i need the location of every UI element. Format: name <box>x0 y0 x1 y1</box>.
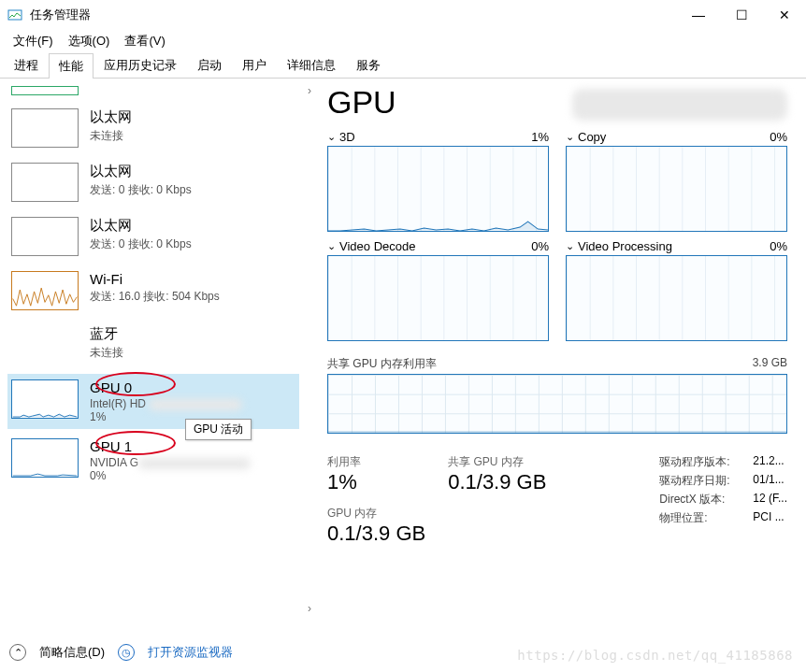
item-name: Wi-Fi <box>90 271 220 287</box>
shared-gpu-memory-chart[interactable]: 共享 GPU 内存利用率 3.9 GB <box>327 356 787 434</box>
svg-rect-1 <box>328 431 786 433</box>
item-name: 以太网 <box>90 108 132 126</box>
item-sub: 未连接 <box>90 345 123 361</box>
menu-options[interactable]: 选项(O) <box>61 31 118 51</box>
chart-value: 0% <box>770 130 787 144</box>
chart-video-processing[interactable]: Video Processing 0% <box>566 239 787 341</box>
item-name: 以太网 <box>90 163 192 180</box>
menu-view[interactable]: 查看(V) <box>117 31 172 51</box>
minimize-button[interactable]: — <box>677 0 720 30</box>
tab-services[interactable]: 服务 <box>346 52 391 78</box>
item-name: GPU 1 <box>90 438 251 454</box>
util-label: 利用率 <box>327 454 425 470</box>
item-sub: 未连接 <box>90 128 132 144</box>
shared-value: 0.1/3.9 GB <box>448 470 546 494</box>
redacted <box>572 89 787 121</box>
close-button[interactable]: ✕ <box>763 0 806 30</box>
item-sub: 发送: 16.0 接收: 504 Kbps <box>90 289 220 305</box>
chevron-down-icon[interactable] <box>327 130 336 144</box>
page-title: GPU <box>327 84 396 121</box>
sidebar-item-gpu1[interactable]: GPU 1 NVIDIA G 0% <box>7 433 299 488</box>
menubar: 文件(F) 选项(O) 查看(V) <box>0 30 806 52</box>
sidebar-item-ethernet-3[interactable]: 以太网 发送: 0 接收: 0 Kbps <box>7 211 299 262</box>
window-title: 任务管理器 <box>30 7 91 23</box>
item-sub: NVIDIA G <box>90 456 251 469</box>
splitter[interactable]: › › <box>301 79 318 621</box>
item-sub: Intel(R) HD <box>90 397 242 410</box>
chevron-down-icon[interactable] <box>327 239 336 253</box>
tab-performance[interactable]: 性能 <box>49 53 94 79</box>
chart-3d[interactable]: 3D 1% <box>327 130 549 232</box>
chevron-down-icon[interactable] <box>566 130 574 144</box>
tabs: 进程 性能 应用历史记录 启动 用户 详细信息 服务 <box>0 52 806 79</box>
chevron-right-icon: › <box>308 602 311 615</box>
maximize-button[interactable]: ☐ <box>720 0 763 30</box>
thumb-icon <box>11 108 79 148</box>
item-sub: 发送: 0 接收: 0 Kbps <box>90 182 192 198</box>
tab-app-history[interactable]: 应用历史记录 <box>94 52 187 78</box>
chart-copy[interactable]: Copy 0% <box>566 130 787 232</box>
fewer-details-icon[interactable]: ⌃ <box>9 644 26 661</box>
sidebar[interactable]: 以太网 未连接 以太网 发送: 0 接收: 0 Kbps 以太网 发送: 0 接… <box>0 79 301 621</box>
detail-panel: GPU 3D 1% Copy 0% <box>318 79 806 621</box>
item-sub2: 0% <box>90 469 251 482</box>
gpumem-value: 0.1/3.9 GB <box>327 522 425 546</box>
thumb-icon <box>11 438 79 478</box>
thumb-icon <box>11 271 79 310</box>
shared-label: 共享 GPU 内存 <box>448 454 546 470</box>
item-name: 蓝牙 <box>90 325 123 343</box>
sidebar-item-ethernet-2[interactable]: 以太网 发送: 0 接收: 0 Kbps <box>7 157 299 207</box>
mem-label: 共享 GPU 内存利用率 <box>327 356 437 372</box>
titlebar: 任务管理器 — ☐ ✕ <box>0 0 806 30</box>
sidebar-item-bluetooth[interactable]: 蓝牙 未连接 <box>7 320 299 370</box>
thumb-icon <box>11 379 79 419</box>
tab-processes[interactable]: 进程 <box>4 52 49 78</box>
sidebar-item-wifi[interactable]: Wi-Fi 发送: 16.0 接收: 504 Kbps <box>7 265 299 316</box>
thumb-icon <box>11 325 79 365</box>
resmon-icon[interactable]: ◷ <box>118 644 135 661</box>
tab-details[interactable]: 详细信息 <box>277 52 346 78</box>
tab-startup[interactable]: 启动 <box>187 52 232 78</box>
chevron-down-icon[interactable] <box>566 239 574 253</box>
chart-video-decode[interactable]: Video Decode 0% <box>327 239 549 341</box>
item-sub: 发送: 0 接收: 0 Kbps <box>90 236 192 252</box>
mem-max: 3.9 GB <box>753 356 787 372</box>
chart-value: 1% <box>531 130 549 144</box>
chart-value: 0% <box>531 239 549 253</box>
app-icon <box>7 7 22 22</box>
tab-users[interactable]: 用户 <box>232 52 277 78</box>
chevron-right-icon: › <box>308 84 311 97</box>
util-value: 1% <box>327 470 425 494</box>
driver-details: 驱动程序版本:21.2... 驱动程序日期:01/1... DirectX 版本… <box>659 454 787 546</box>
watermark: https://blog.csdn.net/qq_41185868 <box>517 648 793 663</box>
fewer-details-link[interactable]: 简略信息(D) <box>39 644 105 661</box>
sidebar-item-gpu0[interactable]: GPU 0 Intel(R) HD 1% GPU 活动 <box>7 374 299 429</box>
footer: ⌃ 简略信息(D) ◷ 打开资源监视器 <box>9 644 233 661</box>
item-name: 以太网 <box>90 217 192 235</box>
thumb-icon <box>11 217 79 256</box>
sidebar-item-ethernet-1[interactable]: 以太网 未连接 <box>7 103 299 153</box>
sidebar-item-prev[interactable] <box>7 86 299 99</box>
thumb-icon <box>11 163 79 202</box>
gpumem-label: GPU 内存 <box>327 506 425 522</box>
item-name: GPU 0 <box>90 379 242 395</box>
chart-value: 0% <box>770 239 787 253</box>
menu-file[interactable]: 文件(F) <box>6 31 61 51</box>
resmon-link[interactable]: 打开资源监视器 <box>148 644 233 661</box>
